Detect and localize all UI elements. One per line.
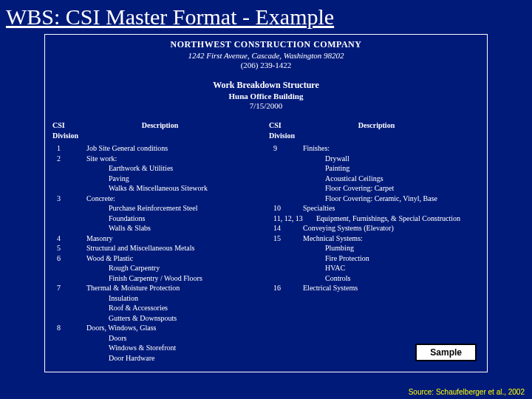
division-number	[52, 353, 86, 364]
column-header: CSI Division Description	[52, 120, 263, 140]
division-number: 8	[52, 323, 86, 333]
division-description: Windows & Storefront	[86, 343, 263, 353]
division-number	[269, 154, 303, 164]
table-row: 1Job Site General conditions	[52, 143, 263, 154]
table-row: Rough Carpentry	[52, 263, 263, 273]
division-description: Floor Covering: Ceramic, Vinyl, Base	[303, 194, 480, 204]
division-number: 16	[269, 283, 303, 293]
division-description: Paving	[86, 174, 263, 184]
table-row: Painting	[269, 163, 480, 174]
division-description: Painting	[303, 163, 480, 174]
division-number: 7	[52, 283, 86, 293]
table-row: 8Doors, Windows, Glass	[52, 323, 263, 333]
division-description: Wood & Plastic	[86, 253, 263, 264]
division-description: Job Site General conditions	[86, 143, 263, 154]
division-description: Drywall	[303, 154, 480, 164]
table-row: Roof & Accessories	[52, 303, 263, 313]
division-number	[52, 214, 86, 224]
division-number: 15	[269, 233, 303, 244]
division-description: Doors, Windows, Glass	[86, 323, 263, 333]
division-description: Acoustical Ceilings	[303, 174, 480, 184]
column-header: CSI Division Description	[269, 120, 480, 140]
table-row: HVAC	[269, 263, 480, 273]
division-number	[269, 243, 303, 253]
division-description: Specialties	[303, 203, 480, 214]
company-address: 1242 First Avenue, Cascade, Washington 9…	[52, 51, 480, 60]
table-row: Earthwork & Utilities	[52, 163, 263, 174]
division-number	[269, 194, 303, 204]
division-description: Purchase Reinforcement Steel	[86, 203, 263, 214]
division-number	[52, 223, 86, 233]
division-number	[52, 203, 86, 214]
page-title: WBS: CSI Master Format - Example	[0, 0, 532, 31]
division-number: 1	[52, 143, 86, 154]
company-name: NORTHWEST CONSTRUCTION COMPANY	[52, 39, 480, 50]
division-description: Doors	[86, 333, 263, 344]
division-number	[52, 174, 86, 184]
division-number: 2	[52, 154, 86, 164]
division-number	[52, 273, 86, 284]
division-description: Structural and Miscellaneous Metals	[86, 243, 263, 253]
division-number	[269, 183, 303, 194]
table-row: Purchase Reinforcement Steel	[52, 203, 263, 214]
division-description: Fire Protection	[303, 253, 480, 264]
table-row: Finish Carpentry / Wood Floors	[52, 273, 263, 284]
table-row: 5Structural and Miscellaneous Metals	[52, 243, 263, 253]
header-description: Description	[86, 120, 263, 140]
table-row: 14Conveying Systems (Elevator)	[269, 223, 480, 233]
header-description: Description	[303, 120, 480, 140]
division-number	[269, 273, 303, 284]
division-description: Mechnical Systems:	[303, 233, 480, 244]
division-description: Finish Carpentry / Wood Floors	[86, 273, 263, 284]
division-description: Masonry	[86, 233, 263, 244]
document-date: 7/15/2000	[52, 101, 480, 110]
division-number: 6	[52, 253, 86, 264]
table-row: 6Wood & Plastic	[52, 253, 263, 264]
division-description: HVAC	[303, 263, 480, 273]
table-row: 3Concrete:	[52, 194, 263, 204]
division-description: Floor Covering: Carpet	[303, 183, 480, 194]
source-citation: Source: Schaufelberger et al., 2002	[409, 388, 525, 396]
table-row: Floor Covering: Carpet	[269, 183, 480, 194]
division-number	[52, 293, 86, 304]
division-description: Insulation	[86, 293, 263, 304]
table-row: 11, 12, 13Equipment, Furnishings, & Spec…	[269, 214, 480, 224]
division-description: Earthwork & Utilities	[86, 163, 263, 174]
table-row: Fire Protection	[269, 253, 480, 264]
division-description: Door Hardware	[86, 353, 263, 364]
table-row: Windows & Storefront	[52, 343, 263, 353]
division-number	[52, 333, 86, 344]
table-row: Door Hardware	[52, 353, 263, 364]
division-description: Controls	[303, 273, 480, 284]
division-description: Site work:	[86, 154, 263, 164]
division-description: Plumbing	[303, 243, 480, 253]
table-row: 16Electrical Systems	[269, 283, 480, 293]
division-number	[269, 174, 303, 184]
division-description: Electrical Systems	[303, 283, 480, 293]
table-row: Insulation	[52, 293, 263, 304]
division-description: Roof & Accessories	[86, 303, 263, 313]
table-row: Acoustical Ceilings	[269, 174, 480, 184]
division-description: Finishes:	[303, 143, 480, 154]
division-number: 9	[269, 143, 303, 154]
table-row: Gutters & Downspouts	[52, 313, 263, 324]
right-rows: 9Finishes:DrywallPaintingAcoustical Ceil…	[269, 143, 480, 293]
document-title: Work Breakdown Structure	[52, 80, 480, 91]
division-number	[52, 263, 86, 273]
division-description: Conveying Systems (Elevator)	[303, 223, 480, 233]
division-number	[269, 163, 303, 174]
division-description: Walks & Miscellaneous Sitework	[86, 183, 263, 194]
table-row: Floor Covering: Ceramic, Vinyl, Base	[269, 194, 480, 204]
table-row: 10Specialties	[269, 203, 480, 214]
division-description: Foundations	[86, 214, 263, 224]
division-number: 3	[52, 194, 86, 204]
table-row: Plumbing	[269, 243, 480, 253]
division-description: Thermal & Moisture Protection	[86, 283, 263, 293]
wbs-left-column: CSI Division Description 1Job Site Gener…	[52, 120, 263, 363]
table-row: 9Finishes:	[269, 143, 480, 154]
wbs-columns: CSI Division Description 1Job Site Gener…	[52, 120, 480, 363]
division-number: 10	[269, 203, 303, 214]
division-number	[269, 253, 303, 264]
wbs-right-column: CSI Division Description 9Finishes:Drywa…	[269, 120, 480, 363]
table-row: Doors	[52, 333, 263, 344]
